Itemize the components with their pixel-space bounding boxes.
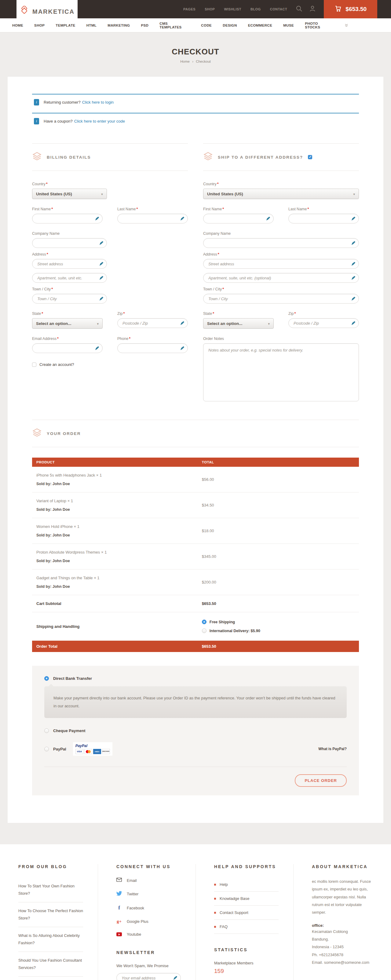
top-nav-pages[interactable]: PAGES [183, 7, 196, 11]
billing-first-name-field [32, 214, 103, 223]
shipping-town-input[interactable] [203, 294, 359, 303]
item-name: Women Hold iPhone × 1 [37, 524, 202, 529]
shipping-first-name-input[interactable] [203, 214, 273, 223]
nav-shop[interactable]: SHOP [34, 24, 45, 27]
shipping-street-input[interactable] [203, 259, 359, 268]
blog-post-link[interactable]: What is So Alluring About Celebrity Fash… [18, 927, 83, 952]
shipping-apartment-field [203, 273, 359, 283]
billing-email-input[interactable] [32, 344, 102, 353]
billing-zip-input[interactable] [118, 318, 188, 328]
create-account-checkbox[interactable] [32, 363, 37, 367]
order-total-label: Order Total [37, 644, 202, 649]
cheque-radio[interactable] [44, 729, 49, 733]
blog-post-link[interactable]: Should You Use Fashion Consultant Servic… [18, 952, 83, 977]
ship-different-checkbox[interactable] [308, 155, 312, 159]
nav-psd[interactable]: PSD [141, 24, 148, 27]
shipping-country-select[interactable]: United States (US) [203, 189, 359, 199]
nav-photo-stocks[interactable]: PHOTO STOCKS [305, 22, 334, 29]
nav-design[interactable]: DESIGN [223, 24, 237, 27]
billing-town-input[interactable] [32, 294, 106, 303]
item-sold-by: Sold by: John Doe [37, 482, 202, 486]
email-link[interactable]: Email [116, 878, 181, 883]
knowledge-base-link[interactable]: Knowladge Base [214, 892, 278, 906]
item-total: $345.00 [202, 554, 216, 559]
pen-icon [180, 321, 184, 326]
breadcrumb-home[interactable]: Home [180, 60, 190, 63]
twitter-link[interactable]: Twitter [116, 891, 181, 897]
blog-post-link[interactable]: How To Start Your Own Fashion Store? [18, 878, 83, 902]
discover-card-icon: DISCOVER [102, 749, 110, 754]
notice-text: Have a coupon? [44, 119, 73, 124]
nav-ecommerce[interactable]: ECOMMERCE [248, 24, 272, 27]
nav-html[interactable]: HTML [86, 24, 97, 27]
international-delivery-radio[interactable] [202, 628, 207, 633]
billing-state-select[interactable]: Select an option... [32, 318, 103, 329]
breadcrumb-separator: › [192, 60, 193, 63]
shipping-apartment-input[interactable] [203, 273, 359, 282]
order-notes-textarea[interactable] [203, 344, 359, 401]
billing-phone-input[interactable] [118, 344, 188, 353]
shipping-last-name-input[interactable] [289, 214, 359, 223]
address-line: Indonesia - 12345 [312, 943, 376, 951]
google-plus-link[interactable]: g+ Google Plus [116, 919, 181, 924]
square-bullet-icon [214, 912, 216, 914]
square-bullet-icon [214, 898, 216, 900]
billing-phone-field [117, 343, 188, 353]
billing-country-select[interactable]: United States (US) [32, 189, 107, 199]
nav-marketing[interactable]: MARKETING [108, 24, 130, 27]
brand-name: MARKETICA [32, 8, 75, 15]
coupon-link[interactable]: Click here to enter your code [74, 119, 125, 124]
top-nav-shop[interactable]: SHOP [205, 7, 215, 11]
shipping-state-label: State [203, 312, 212, 316]
shipping-zip-input[interactable] [289, 318, 359, 328]
contact-support-link[interactable]: Contact Support [214, 906, 278, 920]
shipping-state-select[interactable]: Select an option... [203, 318, 274, 329]
pen-icon [99, 241, 103, 247]
newsletter-email-input[interactable] [117, 973, 181, 980]
login-link[interactable]: Click here to login [82, 100, 114, 105]
layers-icon [32, 152, 42, 162]
chevron-down-double-icon[interactable] [345, 22, 348, 28]
youtube-link[interactable]: Youtube [116, 932, 181, 937]
place-order-button[interactable]: PLACE ORDER [295, 774, 347, 787]
visa-card-icon: VISA [75, 749, 83, 754]
footer-about-column: ABOUT MARKETICA ec mollis lorem consequa… [293, 864, 391, 980]
top-nav-blog[interactable]: BLOG [251, 7, 261, 11]
footer-blog-column: FROM OUR BLOG How To Start Your Own Fash… [0, 864, 98, 980]
shipping-last-name-field [288, 214, 359, 223]
blog-post-link[interactable]: How To Choose The Perfect Fashion Store? [18, 902, 83, 927]
billing-street-input[interactable] [32, 259, 106, 268]
shipping-company-input[interactable] [203, 239, 359, 248]
what-is-paypal-link[interactable]: What is PayPal? [318, 747, 347, 751]
pen-icon [95, 346, 99, 352]
nav-code[interactable]: CODE [201, 24, 212, 27]
brand-logo[interactable]: MARKETICA [16, 0, 78, 23]
free-shipping-radio[interactable] [202, 620, 207, 624]
billing-header: BILLING DETAILS [32, 143, 188, 171]
billing-apartment-input[interactable] [32, 273, 106, 282]
pen-icon [351, 276, 356, 281]
user-icon[interactable] [309, 5, 316, 13]
paypal-radio[interactable] [44, 747, 49, 751]
facebook-link[interactable]: f Facebook [116, 905, 181, 911]
nav-home[interactable]: HOME [12, 24, 23, 27]
nav-cms-templates[interactable]: CMS TEMPLATES [159, 22, 190, 29]
billing-apartment-field [32, 273, 107, 283]
nav-muse[interactable]: MUSE [283, 24, 294, 27]
pen-icon [266, 216, 270, 222]
billing-company-input[interactable] [32, 239, 106, 248]
cart-button[interactable]: $653.50 [324, 0, 377, 18]
nav-template[interactable]: TEMPLATE [56, 24, 75, 27]
billing-last-name-input[interactable] [118, 214, 188, 223]
blog-post-link[interactable]: Plus Size Fashion: Is There Such a Thing… [18, 977, 83, 980]
billing-first-name-input[interactable] [32, 214, 102, 223]
faq-link[interactable]: FAQ [214, 920, 278, 934]
subtotal-row: Cart Subtotal $653.50 [32, 595, 359, 612]
top-nav-wishlist[interactable]: WISHLIST [224, 7, 241, 11]
billing-email-label: Email Address [32, 337, 57, 341]
bank-transfer-radio[interactable] [44, 676, 49, 681]
top-nav-contact[interactable]: CONTACT [270, 7, 287, 11]
search-icon[interactable] [296, 5, 302, 13]
layers-icon [203, 152, 213, 162]
help-link[interactable]: Help [214, 878, 278, 892]
